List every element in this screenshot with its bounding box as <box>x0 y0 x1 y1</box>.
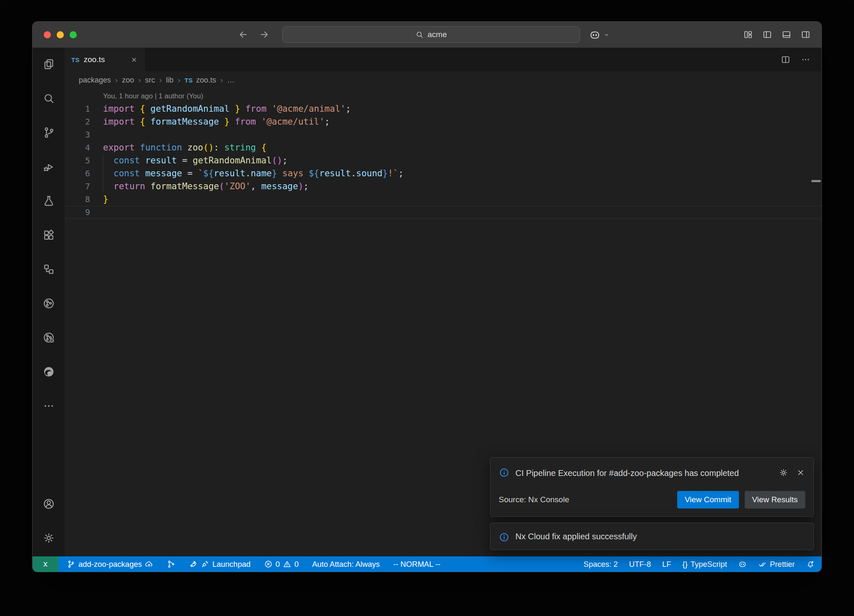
tab-bar: TS zoo.ts <box>65 48 821 71</box>
activity-item-nx-console[interactable] <box>42 296 56 311</box>
status-item-encoding[interactable]: UTF-8 <box>629 560 651 569</box>
more-actions-icon[interactable] <box>801 55 811 65</box>
status-item-branch[interactable]: add-zoo-packages <box>67 560 153 569</box>
notification-action-view-commit[interactable]: View Commit <box>677 491 739 508</box>
ellipsis-icon <box>43 400 55 412</box>
ts-file-icon: TS <box>184 77 193 84</box>
breadcrumb-item-zoo[interactable]: zoo <box>122 76 134 85</box>
status-item-problems[interactable]: 00 <box>264 560 299 569</box>
activity-bar <box>33 48 65 556</box>
activity-item-search[interactable] <box>42 91 56 105</box>
toggle-panel-icon[interactable] <box>781 30 791 40</box>
copilot-icon <box>738 560 747 568</box>
line-number: 8 <box>65 193 103 206</box>
close-window-button[interactable] <box>44 31 51 38</box>
customize-layout-icon[interactable] <box>743 30 753 40</box>
activity-item-explorer[interactable] <box>42 57 56 71</box>
line-number: 2 <box>65 115 103 128</box>
double-check-icon <box>758 560 767 568</box>
remote-icon <box>41 560 50 569</box>
chevron-down-icon <box>603 31 610 38</box>
notification-toast-1: CI Pipeline Execution for #add-zoo-packa… <box>490 457 814 517</box>
blame-row: You, 1 hour ago | 1 author (You) <box>65 90 821 103</box>
status-item-auto-attach[interactable]: Auto Attach: Always <box>312 560 379 569</box>
ts-file-icon: TS <box>71 56 80 63</box>
source-control-icon <box>43 126 55 139</box>
status-item-formatter-prettier[interactable]: Prettier <box>758 560 795 569</box>
search-icon <box>415 30 424 39</box>
run-debug-icon <box>43 160 55 173</box>
activity-item-testing[interactable] <box>42 194 56 208</box>
status-item-launchpad[interactable]: Launchpad <box>189 560 251 569</box>
status-item-notifications-bell[interactable] <box>806 560 815 568</box>
activity-item-nx-cloud[interactable] <box>42 331 56 345</box>
split-editor-icon[interactable] <box>781 55 791 65</box>
zoom-window-button[interactable] <box>70 31 77 38</box>
status-item-language-mode[interactable]: {}TypeScript <box>683 560 727 569</box>
activity-item-run-and-debug[interactable] <box>42 160 56 174</box>
rocket-icon <box>189 560 198 568</box>
search-icon <box>43 92 55 105</box>
breadcrumb-item--[interactable]: … <box>227 76 235 85</box>
code-line-3[interactable]: 3 <box>65 128 821 141</box>
command-center-search[interactable]: acme <box>282 26 580 43</box>
code-line-7[interactable]: 7 return formatMessage('ZOO', message); <box>65 180 821 193</box>
remote-indicator[interactable] <box>33 556 58 572</box>
code-line-4[interactable]: 4export function zoo(): string { <box>65 141 821 154</box>
toggle-primary-sidebar-icon[interactable] <box>762 30 772 40</box>
cloud-upload-icon <box>145 560 153 568</box>
breadcrumb-item-lib[interactable]: lib <box>166 76 173 85</box>
plug-icon <box>201 560 209 568</box>
code-line-9[interactable]: 9 <box>65 206 821 219</box>
code-line-1[interactable]: 1import { getRandomAnimal } from '@acme/… <box>65 103 821 115</box>
files-icon <box>43 58 55 70</box>
activity-item-source-control[interactable] <box>42 125 56 140</box>
close-tab-icon[interactable] <box>131 56 138 63</box>
breadcrumb-item-zoo-ts[interactable]: TSzoo.ts <box>184 76 216 85</box>
nx-console-icon <box>43 297 55 310</box>
notification-source: Source: Nx Console <box>499 495 569 504</box>
activity-item-additional-views[interactable] <box>42 399 56 413</box>
overview-ruler-mark[interactable] <box>811 180 821 182</box>
status-item-vim-mode[interactable]: -- NORMAL -- <box>393 560 440 569</box>
status-item-copilot[interactable] <box>738 560 747 568</box>
back-icon[interactable] <box>238 29 249 40</box>
search-value: acme <box>427 30 447 39</box>
git-branch-icon <box>67 560 75 568</box>
toggle-secondary-sidebar-icon[interactable] <box>801 30 811 40</box>
gear-icon[interactable] <box>779 468 788 477</box>
notification-action-view-results[interactable]: View Results <box>745 491 805 508</box>
minimize-window-button[interactable] <box>57 31 64 38</box>
activity-item-edge-devtools[interactable] <box>42 365 56 379</box>
breadcrumb-item-src[interactable]: src <box>145 76 155 85</box>
code-line-5[interactable]: 5 const result = getRandomAnimal(); <box>65 154 821 167</box>
line-number: 9 <box>65 206 103 219</box>
code-line-8[interactable]: 8} <box>65 193 821 206</box>
code-line-6[interactable]: 6 const message = `${result.name} says $… <box>65 167 821 180</box>
breadcrumb-separator-icon: › <box>178 75 180 85</box>
activity-item-project-structure[interactable] <box>42 262 56 276</box>
status-item-eol[interactable]: LF <box>662 560 671 569</box>
close-icon[interactable] <box>796 468 805 477</box>
nx-cloud-icon <box>43 331 55 344</box>
git-graph-icon <box>167 560 176 568</box>
status-bar: add-zoo-packagesLaunchpad00Auto Attach: … <box>33 556 821 572</box>
copilot-menu[interactable] <box>589 22 610 48</box>
hierarchy-icon <box>43 263 55 275</box>
history-navigation <box>238 22 270 48</box>
activity-item-extensions[interactable] <box>42 228 56 242</box>
indent-guide <box>103 154 103 193</box>
vscode-window: acme TS zoo.ts <box>33 22 821 572</box>
status-item-source-control-graph[interactable] <box>167 560 176 568</box>
tab-label: zoo.ts <box>84 55 105 64</box>
tab-zoo-ts[interactable]: TS zoo.ts <box>65 48 145 71</box>
line-number: 1 <box>65 103 103 115</box>
breadcrumb-item-packages[interactable]: packages <box>79 76 111 85</box>
forward-icon[interactable] <box>259 29 270 40</box>
breadcrumb: packages›zoo›src›lib›TSzoo.ts›… <box>65 71 821 89</box>
notification-toast-2: Nx Cloud fix applied successfully <box>490 523 814 550</box>
activity-item-manage[interactable] <box>42 531 56 545</box>
code-line-2[interactable]: 2import { formatMessage } from '@acme/ut… <box>65 115 821 128</box>
activity-item-accounts[interactable] <box>42 497 56 511</box>
status-item-indentation[interactable]: Spaces: 2 <box>583 560 618 569</box>
